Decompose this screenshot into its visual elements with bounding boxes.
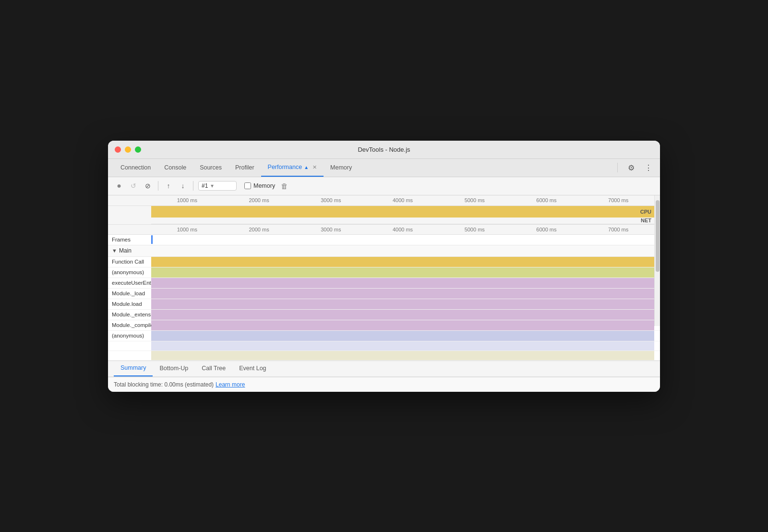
- execute-bar[interactable]: [151, 278, 654, 288]
- tick-1000: 1000 ms: [151, 197, 223, 203]
- anonymous-2-bar[interactable]: [151, 331, 654, 341]
- function-call-bar[interactable]: [151, 257, 654, 267]
- main-label: Main: [119, 247, 132, 254]
- net-label: NET: [641, 218, 651, 223]
- frames-label: Frames: [108, 237, 151, 242]
- profile-label: #1: [202, 182, 208, 189]
- tick-7000: 7000 ms: [582, 197, 654, 203]
- titlebar: DevTools - Node.js: [108, 141, 660, 159]
- more-icon[interactable]: ⋮: [643, 162, 654, 173]
- flame-row-extra-2[interactable]: [108, 351, 660, 361]
- trash-button[interactable]: 🗑: [281, 182, 288, 190]
- cpu-label: CPU: [640, 209, 651, 215]
- toolbar-sep-2: [193, 181, 193, 191]
- upload-button[interactable]: ↑: [163, 181, 174, 191]
- cpu-section: CPU: [108, 206, 660, 218]
- tick-2000: 2000 ms: [223, 197, 295, 203]
- tick2-1000: 1000 ms: [151, 227, 223, 232]
- memory-checkbox-input[interactable]: [244, 182, 251, 189]
- flame-row-anonymous-1[interactable]: (anonymous): [108, 267, 660, 278]
- second-ruler: 1000 ms 2000 ms 3000 ms 4000 ms 5000 ms …: [108, 224, 660, 235]
- traffic-lights: [115, 146, 141, 153]
- record-button[interactable]: ●: [114, 181, 124, 191]
- top-ruler: 1000 ms 2000 ms 3000 ms 4000 ms 5000 ms …: [108, 195, 660, 206]
- net-bar[interactable]: NET: [151, 218, 654, 224]
- tick-3000: 3000 ms: [295, 197, 367, 203]
- flame-row-execute[interactable]: executeUserEntryPoint: [108, 278, 660, 289]
- tick2-4000: 4000 ms: [367, 227, 439, 232]
- tick-6000: 6000 ms: [511, 197, 583, 203]
- performance-recording-icon: ▲: [304, 165, 309, 170]
- flame-row-module-compile[interactable]: Module._compile: [108, 320, 660, 331]
- main-content: 1000 ms 2000 ms 3000 ms 4000 ms 5000 ms …: [108, 195, 660, 361]
- tick2-3000: 3000 ms: [295, 227, 367, 232]
- learn-more-link[interactable]: Learn more: [216, 381, 245, 388]
- tab-performance[interactable]: Performance ▲ ✕: [261, 158, 324, 177]
- tabs-right: ⚙ ⋮: [615, 162, 654, 173]
- tab-connection[interactable]: Connection: [114, 158, 157, 177]
- flame-row-anonymous-2[interactable]: (anonymous): [108, 331, 660, 341]
- window-title: DevTools - Node.js: [358, 146, 410, 153]
- status-bar: Total blocking time: 0.00ms (estimated) …: [108, 377, 660, 392]
- tab-profiler[interactable]: Profiler: [228, 158, 261, 177]
- toolbar: ● ↺ ⊘ ↑ ↓ #1 ▾ Memory 🗑: [108, 177, 660, 195]
- module-ext-bar[interactable]: [151, 310, 654, 320]
- extra-2-bar[interactable]: [151, 351, 654, 360]
- frames-section: Frames: [108, 235, 660, 245]
- settings-icon[interactable]: ⚙: [625, 162, 637, 173]
- tab-performance-close[interactable]: ✕: [312, 164, 317, 170]
- flame-row-module-ext[interactable]: Module._extensions..js: [108, 310, 660, 320]
- tick2-7000: 7000 ms: [582, 227, 654, 232]
- tick-5000: 5000 ms: [439, 197, 511, 203]
- tick2-5000: 5000 ms: [439, 227, 511, 232]
- bottom-tabs: Summary Bottom-Up Call Tree Event Log: [108, 361, 660, 377]
- close-button[interactable]: [115, 146, 121, 153]
- profile-select[interactable]: #1 ▾: [198, 181, 237, 191]
- tab-call-tree[interactable]: Call Tree: [195, 360, 232, 376]
- memory-checkbox-text: Memory: [253, 182, 275, 189]
- module-compile-bar[interactable]: [151, 320, 654, 330]
- main-toggle[interactable]: ▼: [112, 248, 117, 254]
- tab-sources[interactable]: Sources: [193, 158, 228, 177]
- tick2-2000: 2000 ms: [223, 227, 295, 232]
- download-button[interactable]: ↓: [178, 181, 188, 191]
- main-section-header: ▼ Main: [108, 245, 660, 257]
- flame-row-function-call[interactable]: Function Call: [108, 257, 660, 267]
- clear-button[interactable]: ⊘: [143, 181, 153, 191]
- memory-checkbox-label[interactable]: Memory: [244, 182, 275, 189]
- status-text: Total blocking time: 0.00ms (estimated): [114, 381, 214, 388]
- flame-row-module-load2[interactable]: Module.load: [108, 299, 660, 310]
- cpu-bar[interactable]: CPU: [151, 206, 654, 218]
- second-ruler-ticks: 1000 ms 2000 ms 3000 ms 4000 ms 5000 ms …: [151, 227, 654, 232]
- profile-chevron: ▾: [211, 182, 214, 189]
- vertical-scrollbar[interactable]: [654, 195, 660, 326]
- frames-indicator: [151, 235, 153, 244]
- toolbar-sep-1: [158, 181, 158, 191]
- tabs-separator: [617, 163, 618, 172]
- extra-1-bar[interactable]: [151, 341, 654, 351]
- flame-row-module-load[interactable]: Module._load: [108, 289, 660, 299]
- module-load2-bar[interactable]: [151, 299, 654, 309]
- tabs-bar: Connection Console Sources Profiler Perf…: [108, 159, 660, 177]
- tab-console[interactable]: Console: [157, 158, 193, 177]
- tick-4000: 4000 ms: [367, 197, 439, 203]
- flame-row-extra-1[interactable]: [108, 341, 660, 351]
- reload-button[interactable]: ↺: [128, 181, 139, 191]
- tab-summary[interactable]: Summary: [114, 360, 153, 376]
- minimize-button[interactable]: [125, 146, 131, 153]
- anonymous-1-bar[interactable]: [151, 267, 654, 278]
- tab-event-log[interactable]: Event Log: [232, 360, 273, 376]
- tab-memory[interactable]: Memory: [324, 158, 359, 177]
- devtools-window: DevTools - Node.js Connection Console So…: [108, 141, 660, 392]
- net-section: NET: [108, 218, 660, 224]
- maximize-button[interactable]: [135, 146, 141, 153]
- tab-bottom-up[interactable]: Bottom-Up: [153, 360, 195, 376]
- top-ruler-ticks: 1000 ms 2000 ms 3000 ms 4000 ms 5000 ms …: [151, 197, 654, 203]
- tick2-6000: 6000 ms: [511, 227, 583, 232]
- module-load-bar[interactable]: [151, 289, 654, 299]
- scrollbar-thumb[interactable]: [656, 200, 660, 272]
